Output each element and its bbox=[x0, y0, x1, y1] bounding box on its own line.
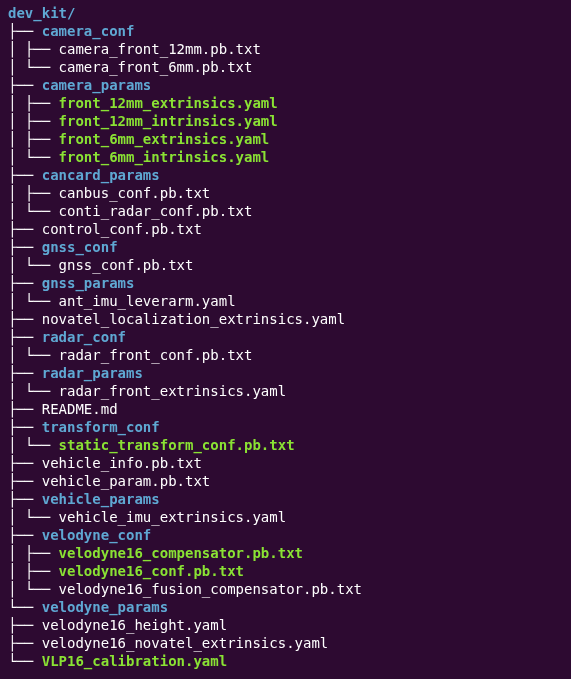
tree-file-name: ant_imu_leverarm.yaml bbox=[59, 293, 236, 309]
tree-prefix: ├── bbox=[8, 455, 42, 471]
tree-row: └── VLP16_calibration.yaml bbox=[8, 652, 563, 670]
tree-file-name-highlight: VLP16_calibration.yaml bbox=[42, 653, 227, 669]
tree-row: └── velodyne_params bbox=[8, 598, 563, 616]
tree-row: ├── vehicle_params bbox=[8, 490, 563, 508]
tree-row: ├── velodyne16_novatel_extrinsics.yaml bbox=[8, 634, 563, 652]
tree-file-name: README.md bbox=[42, 401, 118, 417]
tree-row: │ └── static_transform_conf.pb.txt bbox=[8, 436, 563, 454]
tree-dir-name: cancard_params bbox=[42, 167, 160, 183]
tree-row: ├── transform_conf bbox=[8, 418, 563, 436]
tree-row: │ └── radar_front_conf.pb.txt bbox=[8, 346, 563, 364]
tree-row: │ ├── front_12mm_extrinsics.yaml bbox=[8, 94, 563, 112]
tree-row: ├── README.md bbox=[8, 400, 563, 418]
tree-file-name-highlight: front_12mm_extrinsics.yaml bbox=[59, 95, 278, 111]
tree-file-name: vehicle_info.pb.txt bbox=[42, 455, 202, 471]
tree-row: │ ├── velodyne16_conf.pb.txt bbox=[8, 562, 563, 580]
tree-prefix: │ └── bbox=[8, 347, 59, 363]
tree-file-name: novatel_localization_extrinsics.yaml bbox=[42, 311, 345, 327]
tree-row: ├── gnss_params bbox=[8, 274, 563, 292]
tree-prefix: │ ├── bbox=[8, 185, 59, 201]
tree-prefix: ├── bbox=[8, 401, 42, 417]
tree-prefix: ├── bbox=[8, 221, 42, 237]
tree-dir-name: camera_params bbox=[42, 77, 152, 93]
tree-row: │ └── vehicle_imu_extrinsics.yaml bbox=[8, 508, 563, 526]
tree-prefix: │ └── bbox=[8, 581, 59, 597]
tree-row: ├── camera_conf bbox=[8, 22, 563, 40]
tree-prefix: │ └── bbox=[8, 293, 59, 309]
tree-prefix: │ └── bbox=[8, 509, 59, 525]
tree-prefix: ├── bbox=[8, 635, 42, 651]
tree-row: ├── vehicle_info.pb.txt bbox=[8, 454, 563, 472]
tree-prefix: ├── bbox=[8, 473, 42, 489]
tree-file-name: camera_front_6mm.pb.txt bbox=[59, 59, 253, 75]
tree-dir-name: gnss_params bbox=[42, 275, 135, 291]
tree-prefix: │ ├── bbox=[8, 563, 59, 579]
tree-row: │ └── camera_front_6mm.pb.txt bbox=[8, 58, 563, 76]
tree-prefix: ├── bbox=[8, 329, 42, 345]
tree-prefix: ├── bbox=[8, 365, 42, 381]
tree-prefix: ├── bbox=[8, 239, 42, 255]
tree-file-name-highlight: velodyne16_conf.pb.txt bbox=[59, 563, 244, 579]
tree-row: │ └── ant_imu_leverarm.yaml bbox=[8, 292, 563, 310]
tree-row: ├── novatel_localization_extrinsics.yaml bbox=[8, 310, 563, 328]
tree-row: ├── radar_params bbox=[8, 364, 563, 382]
tree-prefix: └── bbox=[8, 653, 42, 669]
tree-prefix: │ └── bbox=[8, 257, 59, 273]
tree-file-name: control_conf.pb.txt bbox=[42, 221, 202, 237]
tree-prefix: │ └── bbox=[8, 203, 59, 219]
tree-row: ├── radar_conf bbox=[8, 328, 563, 346]
tree-prefix: │ ├── bbox=[8, 95, 59, 111]
tree-row: ├── vehicle_param.pb.txt bbox=[8, 472, 563, 490]
tree-dir-name: camera_conf bbox=[42, 23, 135, 39]
tree-prefix: ├── bbox=[8, 23, 42, 39]
tree-file-name: velodyne16_height.yaml bbox=[42, 617, 227, 633]
tree-dir-name: vehicle_params bbox=[42, 491, 160, 507]
tree-dir-name: gnss_conf bbox=[42, 239, 118, 255]
tree-file-name-highlight: front_6mm_extrinsics.yaml bbox=[59, 131, 270, 147]
tree-row: │ ├── front_12mm_intrinsics.yaml bbox=[8, 112, 563, 130]
tree-prefix: ├── bbox=[8, 311, 42, 327]
tree-dir-name: velodyne_params bbox=[42, 599, 168, 615]
tree-prefix: ├── bbox=[8, 419, 42, 435]
tree-file-name-highlight: front_12mm_intrinsics.yaml bbox=[59, 113, 278, 129]
tree-file-name: vehicle_imu_extrinsics.yaml bbox=[59, 509, 287, 525]
tree-file-name: radar_front_extrinsics.yaml bbox=[59, 383, 287, 399]
tree-file-name: conti_radar_conf.pb.txt bbox=[59, 203, 253, 219]
tree-row: │ └── velodyne16_fusion_compensator.pb.t… bbox=[8, 580, 563, 598]
tree-row: ├── velodyne_conf bbox=[8, 526, 563, 544]
tree-row: │ └── conti_radar_conf.pb.txt bbox=[8, 202, 563, 220]
tree-row: │ └── gnss_conf.pb.txt bbox=[8, 256, 563, 274]
tree-dir-name: transform_conf bbox=[42, 419, 160, 435]
tree-dir-name: radar_conf bbox=[42, 329, 126, 345]
tree-prefix: │ └── bbox=[8, 59, 59, 75]
tree-row: ├── camera_params bbox=[8, 76, 563, 94]
tree-file-name: gnss_conf.pb.txt bbox=[59, 257, 194, 273]
tree-prefix: ├── bbox=[8, 77, 42, 93]
tree-file-name: canbus_conf.pb.txt bbox=[59, 185, 211, 201]
tree-row: ├── gnss_conf bbox=[8, 238, 563, 256]
tree-file-name: velodyne16_novatel_extrinsics.yaml bbox=[42, 635, 329, 651]
tree-prefix: ├── bbox=[8, 167, 42, 183]
tree-prefix: └── bbox=[8, 599, 42, 615]
tree-file-name: camera_front_12mm.pb.txt bbox=[59, 41, 261, 57]
tree-row: │ ├── front_6mm_extrinsics.yaml bbox=[8, 130, 563, 148]
tree-prefix: │ ├── bbox=[8, 113, 59, 129]
tree-prefix: │ ├── bbox=[8, 545, 59, 561]
tree-file-name: velodyne16_fusion_compensator.pb.txt bbox=[59, 581, 362, 597]
tree-dir-name: radar_params bbox=[42, 365, 143, 381]
tree-file-name: radar_front_conf.pb.txt bbox=[59, 347, 253, 363]
root-dir-name: dev_kit/ bbox=[8, 5, 75, 21]
tree-file-name-highlight: static_transform_conf.pb.txt bbox=[59, 437, 295, 453]
tree-file-name-highlight: velodyne16_compensator.pb.txt bbox=[59, 545, 303, 561]
tree-prefix: │ ├── bbox=[8, 41, 59, 57]
tree-row: │ ├── canbus_conf.pb.txt bbox=[8, 184, 563, 202]
tree-prefix: │ └── bbox=[8, 437, 59, 453]
tree-row: ├── control_conf.pb.txt bbox=[8, 220, 563, 238]
tree-file-name: vehicle_param.pb.txt bbox=[42, 473, 211, 489]
tree-root: dev_kit/ bbox=[8, 4, 563, 22]
tree-row: ├── velodyne16_height.yaml bbox=[8, 616, 563, 634]
tree-file-name-highlight: front_6mm_intrinsics.yaml bbox=[59, 149, 270, 165]
tree-prefix: ├── bbox=[8, 617, 42, 633]
tree-row: │ ├── camera_front_12mm.pb.txt bbox=[8, 40, 563, 58]
tree-dir-name: velodyne_conf bbox=[42, 527, 152, 543]
